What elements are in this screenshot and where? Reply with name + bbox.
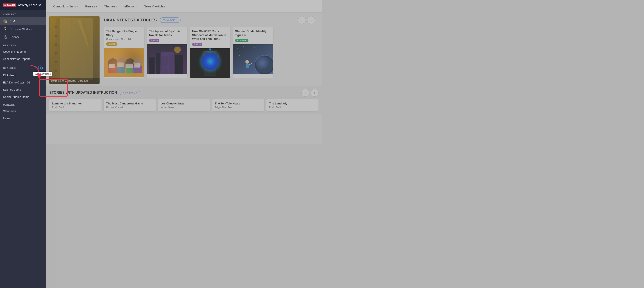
svg-point-56: [256, 57, 273, 73]
article-card-chatgpt[interactable]: How ChatGPT Robs Students of Motivation …: [190, 27, 230, 78]
card-badge-speech: Speech: [106, 42, 118, 46]
svg-point-3: [54, 35, 57, 37]
chevron-down-icon: ▾: [77, 5, 78, 8]
close-sidebar-button[interactable]: ✕: [37, 2, 43, 8]
svg-point-37: [206, 56, 209, 59]
stories-header: STORIES WITH UPDATED INSTRUCTION View mo…: [49, 89, 318, 97]
sidebar-item-coaching[interactable]: Coaching Reports: [0, 48, 46, 55]
story-author: Roald Dahl: [269, 106, 316, 109]
sidebar-item-admin[interactable]: Administrator Reports: [0, 55, 46, 63]
story-author: Roald Dahl: [52, 106, 99, 109]
card-badge-article: Article: [149, 39, 159, 42]
story-card-lamb[interactable]: Lamb to the Slaughter Roald Dahl: [49, 99, 102, 111]
view-more-stories-button[interactable]: View more ›: [120, 90, 140, 95]
svg-point-52: [270, 50, 270, 50]
mcgraw-badge: Mc Graw Hill: [2, 4, 16, 7]
card-top: Student Guide: Identify Types o Explaine…: [233, 27, 273, 44]
svg-point-42: [204, 54, 210, 61]
story-card-landlady[interactable]: The Landlady Roald Dahl: [266, 99, 318, 111]
add-class-icon-pencil: ✏: [35, 67, 37, 70]
view-more-high-interest-button[interactable]: View more ›: [160, 18, 180, 23]
space-illustration: [233, 44, 273, 74]
sidebar-item-users[interactable]: Users: [0, 115, 46, 122]
svg-point-41: [213, 57, 214, 58]
sidebar-item-ela-demo-01[interactable]: ELA Demo Class - 01: [0, 79, 46, 86]
svg-point-15: [134, 58, 142, 67]
carousel-prev-button[interactable]: ‹: [298, 16, 306, 24]
card-image-diversity: [104, 48, 144, 77]
svg-rect-18: [126, 66, 134, 73]
svg-rect-28: [161, 56, 168, 74]
science-icon: 🔬: [3, 35, 8, 39]
add-class-tooltip: Add new class: [34, 72, 52, 76]
story-author: Richard Connell: [106, 106, 153, 109]
svg-point-5: [54, 52, 57, 55]
story-card-tell-tale[interactable]: The Tell-Tale Heart Edgar Allan Poe: [212, 99, 264, 111]
sidebar-item-science-label: Science: [10, 35, 20, 39]
nav-curriculum-units[interactable]: Curriculum Units ▾: [50, 3, 81, 10]
card-top: How ChatGPT Robs Students of Motivation …: [190, 27, 230, 48]
high-interest-title: HIGH-INTEREST ARTICLES: [104, 18, 157, 23]
svg-rect-17: [117, 65, 125, 73]
sidebar-item-ela-label: ELA: [10, 20, 15, 23]
sidebar-header: Mc Graw Hill Actively Learn ✕: [0, 0, 46, 10]
carousel-next-button[interactable]: ›: [307, 16, 315, 24]
stories-carousel-next-button[interactable]: ›: [311, 89, 318, 97]
story-title: Lamb to the Slaughter: [52, 102, 99, 105]
story-card-dangerous-game[interactable]: The Most Dangerous Game Richard Connell: [104, 99, 156, 111]
sidebar-item-standards[interactable]: Standards: [0, 108, 46, 115]
content-area: Using Claim, Evidence, Reasoning HIGH-IN…: [46, 13, 322, 144]
sidebar-item-fl-social[interactable]: 🏛 FL Social Studies: [0, 25, 46, 33]
svg-rect-21: [118, 63, 124, 67]
chevron-down-icon: ▾: [136, 5, 137, 8]
svg-rect-16: [108, 66, 117, 73]
add-class-button[interactable]: +: [38, 66, 43, 70]
fl-social-icon: 🏛: [3, 27, 8, 31]
nav-genres[interactable]: Genres ▾: [82, 3, 100, 10]
robot-illustration: [190, 48, 230, 78]
svg-point-48: [237, 49, 238, 49]
sidebar-logo: Mc Graw Hill Actively Learn: [2, 3, 37, 7]
svg-point-57: [245, 60, 249, 64]
svg-rect-35: [202, 52, 218, 66]
chevron-down-icon: ▾: [116, 5, 118, 8]
sidebar-item-science-demo[interactable]: Science demo: [0, 86, 46, 93]
story-card-chupacabras[interactable]: Los Chupacabras Xavier Garza: [158, 99, 210, 111]
article-card-dystopian[interactable]: The Appeal of Dystopian Novels for Teens…: [147, 27, 187, 78]
card-image-space: [233, 44, 273, 74]
sidebar-item-ela[interactable]: 🎭 ELA: [0, 17, 46, 25]
add-class-area: ✏ + Add new class: [35, 66, 43, 70]
stories-title: STORIES WITH UPDATED INSTRUCTION: [49, 91, 117, 95]
card-image-dystopian: [147, 44, 187, 74]
classes-section-label: CLASSES: [3, 67, 16, 69]
svg-point-33: [174, 47, 181, 53]
ela-icon: 🎭: [3, 19, 8, 23]
carousel-nav: ‹ ›: [298, 16, 315, 24]
reports-section-label: REPORTS: [0, 41, 46, 48]
svg-point-13: [117, 58, 126, 66]
high-interest-section: Using Claim, Evidence, Reasoning HIGH-IN…: [46, 13, 322, 86]
article-card-student-guide[interactable]: Student Guide: Identify Types o Explaine…: [233, 27, 273, 78]
nav-themes[interactable]: Themes ▾: [101, 3, 120, 10]
svg-rect-29: [169, 54, 174, 74]
article-cards: The Danger of a Single Story Chimamanda …: [104, 27, 315, 78]
svg-rect-11: [104, 48, 144, 77]
sidebar-item-social-demo[interactable]: Social Studies Demo: [0, 93, 46, 101]
svg-point-49: [244, 46, 244, 47]
story-title: Los Chupacabras: [160, 102, 208, 105]
stories-carousel-prev-button[interactable]: ‹: [302, 89, 309, 97]
sidebar-item-science[interactable]: 🔬 Science: [0, 33, 46, 41]
nav-ebooks[interactable]: eBooks ▾: [122, 3, 140, 10]
nav-news-articles[interactable]: News & Articles: [141, 3, 168, 10]
svg-point-6: [54, 61, 57, 63]
card-top: The Danger of a Single Story Chimamanda …: [104, 27, 144, 48]
chevron-right-icon: ›: [176, 19, 177, 22]
svg-point-4: [54, 43, 57, 46]
svg-rect-58: [246, 64, 249, 68]
article-card-danger-single-story[interactable]: The Danger of a Single Story Chimamanda …: [104, 27, 144, 78]
content-section-label: CONTENT: [0, 10, 46, 17]
card-title: Student Guide: Identify Types o: [235, 29, 271, 37]
svg-point-38: [207, 57, 208, 58]
svg-point-2: [54, 26, 57, 29]
story-title: The Landlady: [269, 102, 316, 105]
